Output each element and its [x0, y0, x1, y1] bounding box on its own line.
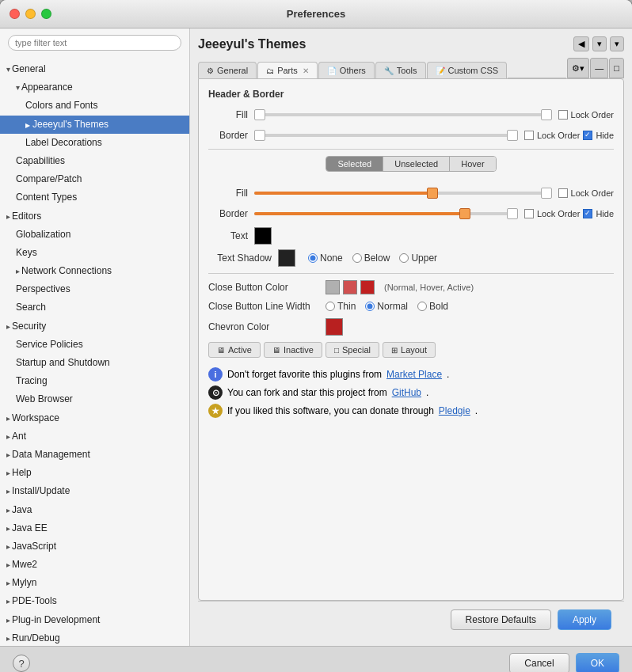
radio-normal-circle[interactable]: [365, 302, 375, 311]
radio-bold[interactable]: Bold: [417, 301, 448, 312]
sidebar-item-network-connections[interactable]: ▸Network Connections: [0, 262, 189, 280]
sidebar-item-label-decorations[interactable]: Label Decorations: [0, 134, 189, 152]
border-hide-checkbox[interactable]: [583, 131, 592, 140]
sidebar-item-ant[interactable]: ▸Ant: [0, 427, 189, 446]
forward-button[interactable]: ▾: [592, 36, 607, 51]
bottom-tab-active[interactable]: 🖥 Active: [208, 342, 261, 358]
info-link-github[interactable]: GitHub: [392, 387, 421, 398]
sidebar-item-keys[interactable]: Keys: [0, 244, 189, 262]
sidebar-item-plugin-development[interactable]: ▸Plug-in Development: [0, 611, 189, 629]
radio-below[interactable]: Below: [352, 252, 390, 264]
restore-defaults-button[interactable]: Restore Defaults: [451, 609, 551, 630]
close-color-red-dark[interactable]: [360, 280, 375, 294]
sidebar-item-service-policies[interactable]: Service Policies: [0, 336, 189, 354]
sidebar-item-workspace[interactable]: ▸Workspace: [0, 409, 189, 427]
maximize-tab-button[interactable]: □: [609, 58, 624, 78]
close-color-red-light[interactable]: [343, 280, 357, 294]
border-orange-hide-checkbox[interactable]: [583, 209, 592, 218]
radio-upper-circle[interactable]: [399, 253, 409, 263]
help-button[interactable]: ?: [13, 655, 30, 672]
fill-orange-right-thumb[interactable]: [541, 188, 552, 199]
maximize-button[interactable]: [41, 9, 51, 19]
sidebar-item-globalization[interactable]: Globalization: [0, 226, 189, 244]
radio-thin[interactable]: Thin: [326, 301, 356, 312]
radio-below-circle[interactable]: [352, 253, 362, 263]
tab-tools[interactable]: 🔧 Tools: [375, 62, 426, 78]
sidebar-item-editors[interactable]: ▸Editors: [0, 207, 189, 226]
border-slider[interactable]: [254, 128, 518, 142]
sidebar-item-compare-patch[interactable]: Compare/Patch: [0, 170, 189, 188]
sidebar-item-security[interactable]: ▸Security: [0, 317, 189, 336]
menu-button[interactable]: ▾: [610, 36, 624, 51]
border-orange-lock-checkbox[interactable]: [524, 209, 534, 218]
tab-parts-close[interactable]: ✕: [303, 66, 309, 75]
text-color-swatch[interactable]: [254, 227, 272, 245]
tab-custom-css[interactable]: 📝 Custom CSS: [427, 62, 508, 78]
bottom-tab-special[interactable]: □ Special: [326, 342, 379, 358]
minimize-button[interactable]: [25, 9, 36, 19]
text-shadow-swatch[interactable]: [278, 249, 295, 267]
fill-orange-thumb[interactable]: [427, 188, 438, 199]
border-slider-left-thumb[interactable]: [254, 130, 265, 141]
tab-others[interactable]: 📄 Others: [318, 62, 375, 78]
state-tab-selected[interactable]: Selected: [326, 157, 383, 171]
info-link-marketplace[interactable]: Market Place: [386, 369, 442, 380]
sidebar-item-tracing[interactable]: Tracing: [0, 372, 189, 390]
sidebar-item-web-browser[interactable]: Web Browser: [0, 390, 189, 408]
state-tab-hover[interactable]: Hover: [450, 157, 495, 171]
radio-none[interactable]: None: [308, 252, 343, 264]
border-orange-thumb[interactable]: [459, 208, 470, 219]
sidebar-item-colors-fonts[interactable]: Colors and Fonts: [0, 97, 189, 115]
tab-parts[interactable]: 🗂 Parts ✕: [257, 62, 318, 78]
sidebar-item-search[interactable]: Search: [0, 298, 189, 317]
sidebar-item-data-management[interactable]: ▸Data Management: [0, 446, 189, 464]
sidebar-item-startup-shutdown[interactable]: Startup and Shutdown: [0, 354, 189, 372]
sidebar-item-perspectives[interactable]: Perspectives: [0, 280, 189, 298]
apply-button[interactable]: Apply: [558, 609, 611, 630]
chevron-swatch[interactable]: [326, 318, 343, 336]
sidebar-item-run-debug[interactable]: ▸Run/Debug: [0, 629, 189, 646]
fill-orange-slider[interactable]: [254, 186, 552, 200]
border-lock-order-checkbox[interactable]: [524, 131, 534, 140]
tab-general[interactable]: ⚙ General: [198, 62, 257, 78]
back-button[interactable]: ◀: [573, 36, 589, 51]
sidebar-item-help[interactable]: ▸Help: [0, 464, 189, 482]
sidebar-item-javascript[interactable]: ▸JavaScript: [0, 537, 189, 556]
sidebar-item-install-update[interactable]: ▸Install/Update: [0, 482, 189, 500]
radio-thin-circle[interactable]: [326, 302, 335, 311]
bottom-tab-inactive[interactable]: 🖥 Inactive: [264, 342, 322, 358]
state-tab-unselected[interactable]: Unselected: [383, 157, 450, 171]
sidebar-item-appearance[interactable]: ▾Appearance: [0, 78, 189, 97]
fill-orange-lock-checkbox[interactable]: [558, 188, 568, 198]
info-link-pledgie[interactable]: Pledgie: [439, 405, 470, 416]
close-button-hint: (Normal, Hover, Active): [384, 283, 474, 292]
sidebar-item-general[interactable]: ▾General: [0, 60, 189, 78]
bottom-tab-layout[interactable]: ⊞ Layout: [383, 342, 436, 358]
cancel-button[interactable]: Cancel: [509, 653, 569, 672]
fill-slider-right-thumb[interactable]: [541, 109, 552, 120]
fill-slider-left-thumb[interactable]: [254, 109, 265, 120]
radio-bold-circle[interactable]: [417, 302, 427, 311]
search-input[interactable]: [8, 35, 181, 51]
fill-slider[interactable]: [254, 108, 552, 122]
close-color-gray[interactable]: [326, 280, 340, 294]
sidebar-item-mylyn[interactable]: ▸Mylyn: [0, 574, 189, 592]
radio-upper[interactable]: Upper: [399, 252, 437, 264]
radio-normal[interactable]: Normal: [365, 301, 408, 312]
sidebar-item-pde-tools[interactable]: ▸PDE-Tools: [0, 592, 189, 610]
sidebar-item-capabilities[interactable]: Capabilities: [0, 152, 189, 170]
fill-lock-order-checkbox[interactable]: [558, 110, 568, 120]
sidebar-item-java[interactable]: ▸Java: [0, 501, 189, 519]
border-orange-right-thumb[interactable]: [507, 208, 518, 219]
sidebar-item-content-types[interactable]: Content Types: [0, 188, 189, 207]
border-slider-right-thumb[interactable]: [507, 130, 518, 141]
sidebar-item-java-ee[interactable]: ▸Java EE: [0, 519, 189, 537]
tab-menu-button[interactable]: ⚙▾: [567, 58, 589, 78]
sidebar-item-jeeeyuls-themes[interactable]: ▶Jeeeyul's Themes: [0, 116, 189, 134]
border-orange-slider[interactable]: [254, 207, 518, 221]
close-button[interactable]: [10, 9, 20, 19]
ok-button[interactable]: OK: [576, 653, 619, 672]
minimize-tab-button[interactable]: —: [590, 58, 608, 78]
sidebar-item-mwe2[interactable]: ▸Mwe2: [0, 556, 189, 574]
radio-none-circle[interactable]: [308, 253, 318, 263]
